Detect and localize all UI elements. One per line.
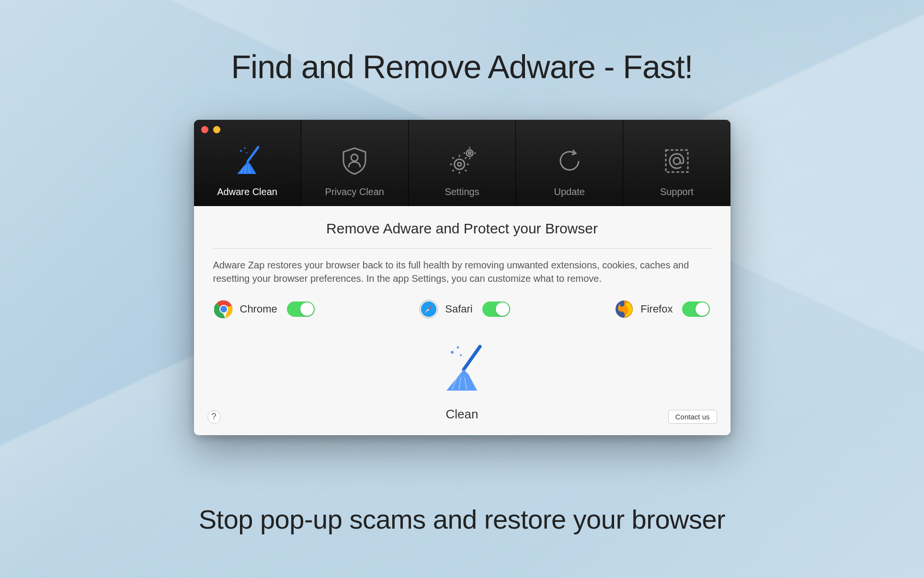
safari-toggle[interactable] bbox=[482, 301, 510, 317]
broom-icon bbox=[436, 343, 489, 397]
shield-person-icon bbox=[338, 144, 371, 178]
gear-icon bbox=[445, 144, 479, 178]
toolbar: Adware Clean Privacy Clean bbox=[194, 120, 730, 206]
app-window: Adware Clean Privacy Clean bbox=[194, 120, 730, 435]
contact-us-button[interactable]: Contact us bbox=[668, 410, 717, 424]
broom-icon bbox=[230, 144, 264, 178]
browser-toggle-row: Chrome Safari bbox=[213, 300, 711, 333]
svg-point-1 bbox=[244, 147, 245, 149]
svg-line-37 bbox=[464, 347, 480, 370]
svg-point-34 bbox=[451, 351, 454, 354]
browser-item-safari: Safari bbox=[419, 300, 510, 319]
tab-label: Privacy Clean bbox=[325, 186, 384, 197]
svg-point-25 bbox=[673, 158, 680, 164]
tab-label: Update bbox=[554, 186, 585, 197]
svg-point-35 bbox=[456, 347, 459, 349]
svg-point-9 bbox=[457, 162, 461, 166]
pane-title: Remove Adware and Protect your Browser bbox=[213, 220, 711, 237]
pane-description: Adware Zap restores your browser back to… bbox=[213, 258, 711, 285]
svg-line-3 bbox=[248, 147, 258, 162]
safari-icon bbox=[419, 300, 438, 319]
marketing-subline: Stop pop-up scams and restore your brows… bbox=[0, 504, 924, 535]
svg-line-14 bbox=[452, 157, 454, 159]
svg-line-16 bbox=[452, 170, 454, 171]
svg-line-15 bbox=[465, 170, 466, 171]
minimize-window-button[interactable] bbox=[213, 126, 220, 133]
browser-label: Safari bbox=[445, 303, 472, 315]
tab-label: Adware Clean bbox=[217, 186, 277, 197]
tab-label: Settings bbox=[445, 186, 479, 197]
tab-update[interactable]: Update bbox=[516, 120, 623, 206]
divider bbox=[213, 248, 711, 249]
svg-point-19 bbox=[468, 152, 471, 154]
marketing-headline: Find and Remove Adware - Fast! bbox=[0, 48, 924, 85]
browser-label: Chrome bbox=[240, 303, 277, 315]
svg-point-7 bbox=[351, 154, 358, 161]
svg-point-36 bbox=[460, 354, 462, 356]
firefox-icon bbox=[615, 300, 634, 319]
chrome-toggle[interactable] bbox=[287, 301, 315, 317]
browser-item-firefox: Firefox bbox=[615, 300, 710, 319]
chrome-icon bbox=[214, 300, 233, 319]
content-pane: Remove Adware and Protect your Browser A… bbox=[194, 206, 730, 435]
tab-label: Support bbox=[660, 186, 694, 197]
svg-point-18 bbox=[466, 150, 473, 157]
svg-point-0 bbox=[240, 150, 242, 152]
firefox-toggle[interactable] bbox=[682, 301, 710, 317]
tab-privacy-clean[interactable]: Privacy Clean bbox=[301, 120, 409, 206]
tab-settings[interactable]: Settings bbox=[409, 120, 516, 206]
browser-label: Firefox bbox=[640, 303, 673, 315]
svg-line-17 bbox=[465, 157, 466, 159]
refresh-icon bbox=[553, 144, 586, 178]
tab-support[interactable]: Support bbox=[623, 120, 730, 206]
window-traffic-lights bbox=[201, 126, 232, 133]
browser-item-chrome: Chrome bbox=[214, 300, 315, 319]
stamp-at-icon bbox=[660, 144, 694, 178]
svg-point-2 bbox=[246, 152, 248, 154]
close-window-button[interactable] bbox=[201, 126, 208, 133]
svg-point-8 bbox=[454, 159, 464, 169]
help-button[interactable]: ? bbox=[207, 410, 221, 424]
